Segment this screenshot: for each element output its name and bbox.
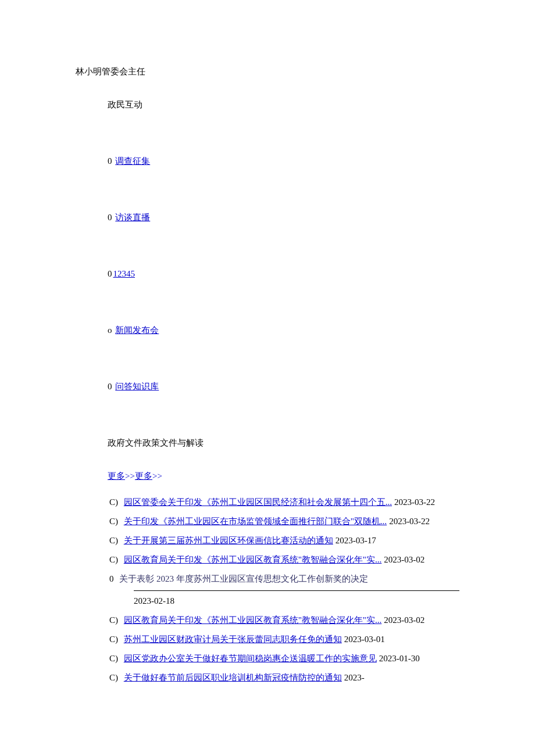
doc-date: 2023- <box>344 673 365 682</box>
doc-item: C) 关于印发《苏州工业园区在市场监管领域全面推行部门联合"双随机...2023… <box>76 514 459 529</box>
doc-item: C) 园区党政办公室关于做好春节期间稳岗惠企送温暖工作的实施意见2023-01-… <box>76 651 459 667</box>
nav-link-12345[interactable]: 12345 <box>113 269 135 278</box>
document-list: C) 园区管委会关于印发《苏州工业园区国民经济和社会发展第十四个五...2023… <box>76 495 459 587</box>
doc-title-highlight[interactable]: 关于表彰 2023 年度苏州工业园区宣传思想文化工作创新奖的决定 <box>119 574 368 583</box>
bullet-icon: 0 <box>108 269 112 278</box>
doc-date: 2023-01-30 <box>379 654 420 663</box>
doc-link[interactable]: 园区教育局关于印发《苏州工业园区教育系统"教智融合深化年"实... <box>124 615 382 625</box>
more-links-row: 更多>>更多>> <box>108 468 459 484</box>
nav-link-survey[interactable]: 调查征集 <box>115 156 150 166</box>
nav-item-survey: 0 调查征集 <box>108 153 459 169</box>
doc-date: 2023-03-22 <box>394 497 435 507</box>
more-arrow-icon: >> <box>125 471 135 481</box>
nav-item-12345: 012345 <box>108 266 459 282</box>
doc-date: 2023-03-17 <box>336 536 376 545</box>
bullet-icon: C) <box>109 517 118 526</box>
bullet-icon: C) <box>109 555 118 564</box>
doc-link[interactable]: 关于印发《苏州工业园区在市场监管领域全面推行部门联合"双随机... <box>124 517 387 526</box>
doc-item: C) 关于开展第三届苏州工业园区环保画信比赛活动的通知2023-03-17 <box>76 533 459 549</box>
bullet-icon: 0 <box>108 382 112 391</box>
doc-link[interactable]: 园区党政办公室关于做好春节期间稳岗惠企送温暖工作的实施意见 <box>124 654 377 663</box>
interaction-section-title: 政民互动 <box>108 97 459 113</box>
bullet-icon: C) <box>109 673 118 682</box>
leader-info: 林小明管委会主任 <box>76 64 459 80</box>
nav-link-qa[interactable]: 问答知识库 <box>115 382 159 391</box>
tab-gov-files[interactable]: 政府文件 <box>108 438 142 447</box>
bullet-icon: C) <box>109 497 118 507</box>
bullet-icon: 0 <box>108 156 112 166</box>
doc-link[interactable]: 园区管委会关于印发《苏州工业园区国民经济和社会发展第十四个五... <box>124 497 392 507</box>
bullet-icon: 0 <box>108 213 112 222</box>
doc-item-highlight: 0 关于表彰 2023 年度苏州工业园区宣传思想文化工作创新奖的决定 <box>76 571 459 587</box>
tab-policy-files[interactable]: 政策文件与解读 <box>142 438 204 447</box>
more-link-1[interactable]: 更多 <box>108 471 125 481</box>
doc-date: 2023-03-01 <box>344 635 385 644</box>
doc-date: 2023-03-22 <box>389 517 430 526</box>
doc-link[interactable]: 关于开展第三届苏州工业园区环保画信比赛活动的通知 <box>124 536 333 545</box>
doc-item: C) 关于做好春节前后园区职业培训机构新冠疫情防控的通知2023- <box>76 670 459 686</box>
nav-link-interview[interactable]: 访谈直播 <box>115 213 150 222</box>
doc-date: 2023-03-02 <box>384 555 425 564</box>
doc-link[interactable]: 苏州工业园区财政审计局关于张辰蕾同志职务任免的通知 <box>124 635 342 644</box>
doc-item: C) 苏州工业园区财政审计局关于张辰蕾同志职务任免的通知2023-03-01 <box>76 632 459 647</box>
nav-item-interview: 0 访谈直播 <box>108 210 459 225</box>
nav-link-press[interactable]: 新闻发布会 <box>115 325 159 335</box>
more-arrow-icon: >> <box>152 471 162 481</box>
tabs-row: 政府文件政策文件与解读 <box>108 435 459 451</box>
interaction-nav-list: 0 调查征集 0 访谈直播 012345 o 新闻发布会 0 问答知识库 <box>108 153 459 395</box>
leader-title: 管委会主任 <box>102 67 145 76</box>
bullet-icon: C) <box>109 654 118 663</box>
nav-item-qa: 0 问答知识库 <box>108 379 459 395</box>
doc-date-highlight: 2023-02-18 <box>134 593 459 609</box>
doc-item: C) 园区教育局关于印发《苏州工业园区教育系统"教智融合深化年"实...2023… <box>76 612 459 628</box>
doc-item: C) 园区管委会关于印发《苏州工业园区国民经济和社会发展第十四个五...2023… <box>76 495 459 510</box>
doc-link[interactable]: 园区教育局关于印发《苏州工业园区教育系统"教智融合深化年"实... <box>124 555 382 564</box>
leader-name: 林小明 <box>76 67 102 76</box>
doc-item: C) 园区教育局关于印发《苏州工业园区教育系统"教智融合深化年"实...2023… <box>76 552 459 568</box>
document-list-2: C) 园区教育局关于印发《苏州工业园区教育系统"教智融合深化年"实...2023… <box>76 612 459 686</box>
bullet-icon: o <box>108 325 112 335</box>
bullet-icon: C) <box>109 615 118 625</box>
doc-date: 2023-03-02 <box>384 615 425 625</box>
more-link-2[interactable]: 更多 <box>135 471 152 481</box>
doc-link[interactable]: 关于做好春节前后园区职业培训机构新冠疫情防控的通知 <box>124 673 342 682</box>
bullet-icon: 0 <box>109 574 114 583</box>
bullet-icon: C) <box>109 536 118 545</box>
separator-line <box>134 590 459 591</box>
nav-item-press: o 新闻发布会 <box>108 323 459 338</box>
bullet-icon: C) <box>109 635 118 644</box>
